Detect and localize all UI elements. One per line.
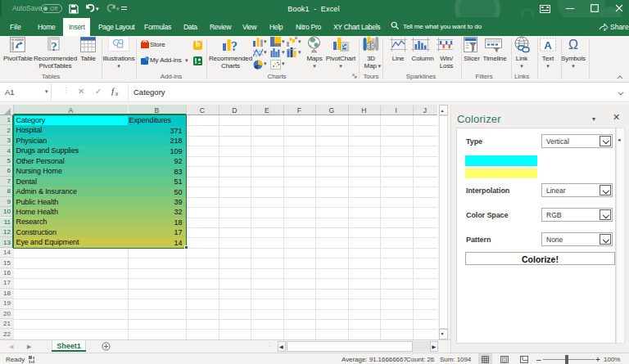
svg-text:?: ? <box>51 40 57 52</box>
svg-text:A: A <box>544 39 552 52</box>
svg-text:?: ? <box>231 39 238 53</box>
svg-text:Ω: Ω <box>568 38 578 52</box>
